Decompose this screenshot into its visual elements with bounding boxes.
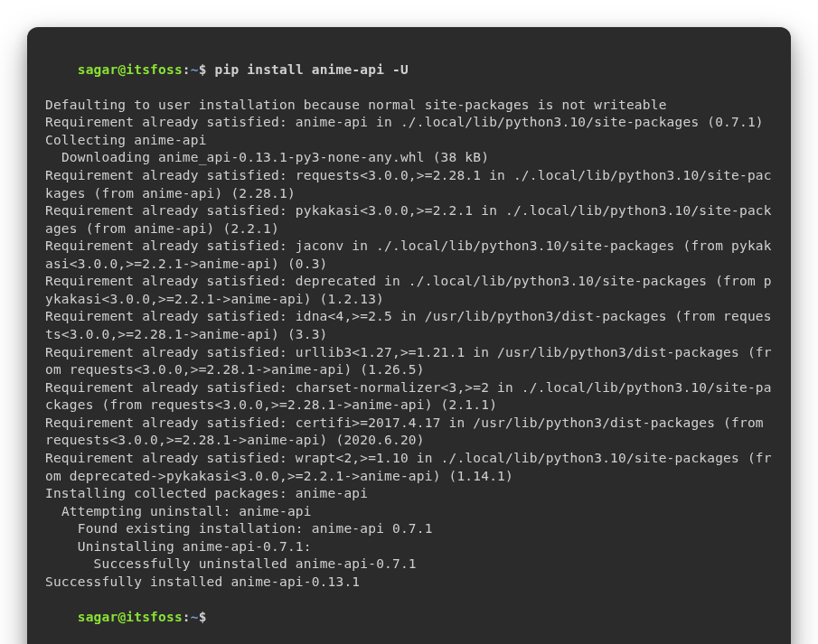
output-line: Requirement already satisfied: urllib3<1… [45, 344, 773, 379]
output-line: Uninstalling anime-api-0.7.1: [45, 538, 773, 556]
output-line: Requirement already satisfied: certifi>=… [45, 415, 773, 450]
output-line: Requirement already satisfied: charset-n… [45, 379, 773, 415]
prompt-dollar: $ [199, 62, 207, 77]
output-line: Installing collected packages: anime-api [45, 485, 773, 503]
prompt-line-1: sagar@itsfoss:~$ pip install anime-api -… [45, 43, 773, 97]
output-line: Found existing installation: anime-api 0… [45, 520, 773, 538]
prompt-colon: : [183, 62, 191, 77]
prompt-path: ~ [191, 610, 199, 624]
prompt-path: ~ [191, 62, 199, 77]
output-line: Requirement already satisfied: deprecate… [45, 273, 773, 308]
prompt-at: @ [118, 610, 126, 624]
output-line: Successfully uninstalled anime-api-0.7.1 [45, 555, 773, 574]
prompt-colon: : [183, 610, 191, 624]
terminal-window[interactable]: sagar@itsfoss:~$ pip install anime-api -… [27, 27, 791, 644]
output-line: Defaulting to user installation because … [45, 97, 773, 115]
prompt-user: sagar [78, 610, 118, 624]
terminal-output: Defaulting to user installation because … [45, 97, 773, 592]
output-line: Requirement already satisfied: wrapt<2,>… [45, 450, 773, 485]
prompt-at: @ [118, 62, 126, 77]
output-line: Requirement already satisfied: pykakasi<… [45, 202, 773, 238]
prompt-dollar: $ [199, 610, 207, 624]
output-line: Requirement already satisfied: idna<4,>=… [45, 308, 773, 343]
output-line: Successfully installed anime-api-0.13.1 [45, 574, 773, 592]
command-text: pip install anime-api -U [215, 62, 409, 77]
output-line: Collecting anime-api [45, 132, 773, 150]
output-line: Downloading anime_api-0.13.1-py3-none-an… [45, 149, 773, 167]
prompt-user: sagar [78, 62, 118, 77]
output-line: Attempting uninstall: anime-api [45, 503, 773, 521]
prompt-host: itsfoss [126, 610, 183, 624]
prompt-line-2[interactable]: sagar@itsfoss:~$ [45, 591, 773, 644]
output-line: Requirement already satisfied: requests<… [45, 167, 773, 202]
prompt-host: itsfoss [126, 62, 183, 77]
output-line: Requirement already satisfied: jaconv in… [45, 238, 773, 273]
output-line: Requirement already satisfied: anime-api… [45, 114, 773, 132]
